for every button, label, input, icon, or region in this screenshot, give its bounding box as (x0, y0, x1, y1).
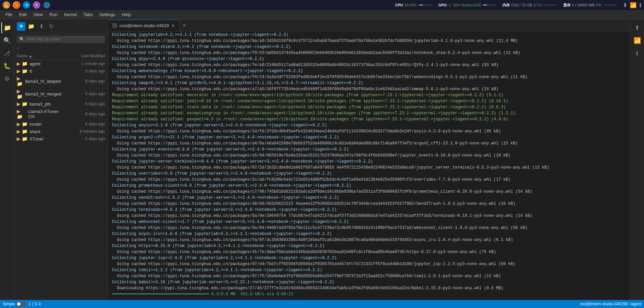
extra-icon2[interactable]: 🌐 (43, 1, 50, 9)
status-row: 1 (29, 302, 31, 306)
terminal-line: Collecting jupyter-lsp>=2.0.0 (from jupy… (112, 255, 626, 261)
upload-icon[interactable]: ⬆ (623, 2, 627, 8)
terminal-line: Using cached https://pypi.tuna.tsinghua.… (112, 140, 626, 146)
terminal-line: Using cached https://pypi.tuna.tsinghua.… (112, 165, 626, 171)
terminal-line: Collecting anyio>=3.1.0 (from jupyter-se… (112, 122, 626, 128)
sidebar-toolbar: + 📁 ⬆ ↻ (14, 19, 108, 34)
file-modified: 6 days ago (61, 91, 105, 96)
terminal-line: Using cached https://pypi.tuna.tsinghua.… (112, 128, 626, 134)
list-item[interactable]: ▶ 📁 model 6 days ago (14, 120, 108, 128)
new-file-button[interactable]: + (17, 22, 25, 31)
right-bar: ⬆ 📶 ℹ (630, 19, 644, 300)
folder-icon: ▶ 📁 (17, 121, 28, 127)
editor-area: ⬛ root@intern-studio-04529 ✕ + Using cac… (108, 19, 630, 300)
activity-debug[interactable]: 🐛 (1, 60, 13, 72)
activity-search[interactable]: 🔍 (1, 35, 13, 46)
list-item[interactable]: ▶ 📁 agent 1 minute ago (14, 60, 108, 67)
terminal-line: Collecting websocket-client>=1.7 (from j… (112, 219, 626, 225)
terminal-line: Requirement already satisfied: exception… (112, 110, 626, 116)
col-name-header[interactable]: Name ▲ (17, 54, 59, 58)
terminal-line: Using cached https://pypi.tuna.tsinghua.… (112, 261, 626, 267)
list-item[interactable]: ▶ 📁 ft 6 days ago (14, 67, 108, 75)
mem-info: 内存 0.50 / 72 GB 0.7% (502, 3, 558, 8)
menu-tabs[interactable]: Tabs (81, 11, 95, 18)
terminal-line: Collecting async-lru>=1.0.0 (from jupyte… (112, 231, 626, 237)
vscode-icon[interactable]: 💠 (23, 1, 30, 9)
tab-label: root@intern-studio-04529 (119, 23, 169, 28)
status-shell: S (35, 302, 37, 306)
folder-icon: ▶ 📁 (17, 101, 28, 107)
terminal-line: Using cached https://pypi.tuna.tsinghua.… (112, 249, 626, 255)
file-name: ▶ 📁 share (17, 129, 61, 134)
activity-files[interactable]: 📁 (1, 22, 13, 34)
wifi-icon[interactable]: 📶 (630, 2, 637, 8)
menu-bar: File Edit View Run Kernel Tabs Settings … (0, 10, 644, 19)
mem-percent: 0.7% (533, 3, 542, 7)
menu-run[interactable]: Run (47, 11, 60, 18)
extra-icon1[interactable]: ✦ (33, 1, 40, 9)
list-item[interactable]: ▶ 📁 share 8 minutes ago (14, 128, 108, 135)
disk-label: 显存 (563, 3, 571, 8)
menu-edit[interactable]: Edit (16, 11, 29, 18)
file-modified: 6 days ago (61, 102, 105, 106)
activity-bar: 📁 🔍 ⎇ 🐛 ⚙ (0, 19, 14, 300)
terminal-line: Requirement already satisfied: jedi>=0.1… (112, 98, 626, 104)
activity-git[interactable]: ⎇ (1, 48, 13, 59)
cpu-bar (419, 4, 432, 6)
system-bar-right: CPU 30.65% GPU: 1: 30% Nvidia A100 内存 0.… (395, 2, 641, 8)
file-name: ▶ 📁 agent (17, 61, 61, 66)
cpu-value: 30.65% (405, 3, 417, 7)
list-item[interactable]: ▶ 📁 llama3_hf_merged 6 days ago (14, 87, 108, 100)
new-folder-button[interactable]: 📁 (27, 22, 36, 31)
search-icon: 🔍 (19, 37, 24, 42)
menu-kernel[interactable]: Kernel (61, 11, 79, 18)
info-icon[interactable]: ℹ (639, 2, 641, 8)
tab-terminal[interactable]: ⬛ root@intern-studio-04529 ✕ (108, 20, 179, 31)
right-icon-2[interactable]: 📶 (632, 35, 643, 46)
menu-file[interactable]: File (3, 11, 15, 18)
gpu-label: GPU: (438, 3, 448, 7)
terminal-line: Using cached https://pypi.tuna.tsinghua.… (112, 86, 626, 92)
terminal-line: Collecting qtpy>=2.4.0 (from qtconsole->… (112, 56, 626, 62)
list-item[interactable]: ▶ 📁 llama3_pth 6 days ago (14, 100, 108, 108)
terminal-line: Collecting webencodings (from bleach!=5.… (112, 68, 626, 74)
menu-help[interactable]: Help (119, 11, 133, 18)
app-icon[interactable]: 🐍 (3, 1, 10, 9)
gpu-value: 1: 30% Nvidia A100 (449, 3, 481, 7)
col-modified-header[interactable]: Last Modified (61, 54, 105, 58)
list-item[interactable]: ▶ 📁 XTuner 6 days ago (14, 135, 108, 142)
system-bar-left: 🐍 ⭕ 💠 ✦ 🌐 (3, 1, 50, 9)
upload-button[interactable]: ⬆ (37, 22, 46, 31)
terminal-line: Collecting notebook-shim<0.3,>=0.2 (from… (112, 44, 626, 50)
folder-icon: ▶ 📁 (17, 88, 23, 99)
terminal-line: Using cached https://pypi.tuna.tsinghua.… (112, 213, 626, 219)
folder-icon: ▶ 📁 (17, 136, 28, 141)
tab-bar: ⬛ root@intern-studio-04529 ✕ + (108, 19, 630, 32)
mode-toggle[interactable] (16, 302, 26, 306)
terminal-line: Collecting prometheus-client>=0.9 (from … (112, 183, 626, 189)
terminal-line: Collecting smap<6,>=3.0.1 (from gitdb<5,… (112, 80, 626, 86)
terminal-line: Collecting argon2-cffi>=21.1 (from jupyt… (112, 134, 626, 140)
search-input[interactable] (26, 37, 102, 42)
tab-close-button[interactable]: ✕ (171, 23, 175, 28)
terminal-line: Collecting overrides>=5.0 (from jupyter-… (112, 171, 626, 177)
new-tab-button[interactable]: + (179, 20, 190, 31)
terminal-line: Downloading https://pypi.tuna.tsinghua.e… (112, 285, 626, 291)
file-name: ▶ 📁 model (17, 121, 61, 127)
terminal-output[interactable]: Using cached https://pypi.tuna.tsinghua.… (108, 32, 630, 300)
right-icon-1[interactable]: ⬆ (632, 22, 643, 34)
list-item[interactable]: ▶ 📁 Llama3-XTuner-CN 6 days ago (14, 108, 108, 120)
folder-icon: ▶ 📁 (17, 61, 28, 66)
refresh-button[interactable]: ↻ (47, 22, 56, 31)
menu-settings[interactable]: Settings (97, 11, 118, 18)
terminal-line: Requirement already satisfied: pexpect>4… (112, 116, 626, 122)
jupyter-icon[interactable]: ⭕ (13, 1, 20, 9)
mem-label: 内存 (502, 3, 510, 8)
activity-extensions[interactable]: ⚙ (1, 73, 13, 84)
terminal-line: Using cached https://pypi.tuna.tsinghua.… (112, 273, 626, 279)
file-modified: 6 days ago (61, 122, 105, 126)
right-icon-3[interactable]: ℹ (632, 48, 643, 59)
menu-view[interactable]: View (31, 11, 45, 18)
status-bar: Simple 1 | S 0 root@intern-studio-045290… (0, 300, 644, 308)
list-item[interactable]: ▶ 📁 llama3_hf_adapter 6 days ago (14, 75, 108, 87)
